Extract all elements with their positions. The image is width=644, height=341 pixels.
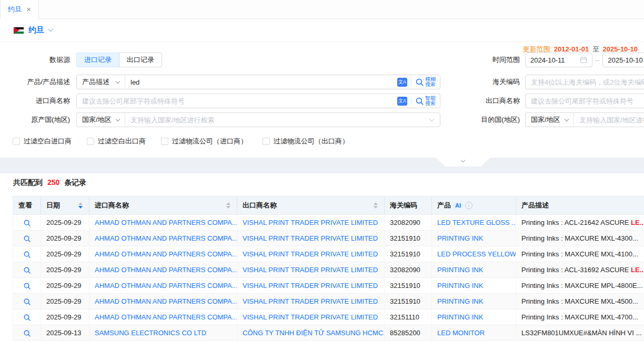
view-cell[interactable] — [13, 215, 41, 231]
record-date: 2025-09-29 — [46, 266, 82, 274]
destination-country-input[interactable] — [574, 113, 644, 127]
info-icon[interactable]: i — [465, 202, 472, 209]
importer-link[interactable]: SAMSUNG ELECTRONICS CO LTD — [95, 329, 206, 337]
checkbox-icon[interactable] — [87, 138, 94, 145]
tab-close-icon[interactable]: ✕ — [26, 6, 31, 13]
country-name[interactable]: 约旦 — [28, 25, 44, 35]
exporter-link[interactable]: VISHAL PRINT TRADER PRIVATE LIMITED — [243, 266, 378, 274]
country-header: 约旦 — [0, 19, 644, 42]
table-row: 2025-09-29AHMAD OTHMAN AND PARTNERS COMP… — [13, 278, 644, 294]
chevron-down-icon[interactable] — [48, 27, 54, 32]
description-highlight: LE... — [631, 219, 644, 226]
checkbox-icon[interactable] — [13, 138, 20, 145]
product-link[interactable]: PRINTING INK — [437, 297, 483, 305]
sort-up-icon[interactable] — [78, 202, 83, 205]
filter-checkbox-1[interactable]: 过滤空白出口商 — [87, 137, 146, 146]
product-cell: PRINTING INK — [432, 278, 516, 294]
fuzzy-search-button[interactable]: 模糊 搜索 — [415, 77, 436, 87]
column-header-3[interactable]: 出口商名称 — [237, 196, 385, 215]
product-link[interactable]: PRINTING INK — [437, 234, 483, 242]
view-record-button[interactable] — [23, 251, 31, 259]
importer-link[interactable]: AHMAD OTHMAN AND PARTNERS COMPA... — [95, 219, 237, 226]
view-record-button[interactable] — [23, 329, 31, 337]
sort-control[interactable] — [78, 202, 84, 209]
view-record-button[interactable] — [23, 235, 31, 243]
view-cell[interactable] — [13, 309, 41, 325]
translate-icon[interactable]: 文A — [397, 97, 407, 106]
exporter-link[interactable]: CÔNG TY TNHH ĐIỆN TỬ SAMSUNG HCMC... — [243, 329, 385, 337]
translate-icon[interactable]: 文A — [397, 78, 407, 87]
importer-link[interactable]: AHMAD OTHMAN AND PARTNERS COMPA... — [95, 250, 237, 258]
view-record-button[interactable] — [23, 266, 31, 274]
view-cell[interactable] — [13, 246, 41, 262]
sort-down-icon[interactable] — [226, 206, 230, 209]
table-row: 2025-09-29AHMAD OTHMAN AND PARTNERS COMP… — [13, 262, 644, 278]
sort-down-icon[interactable] — [374, 206, 378, 209]
importer-link[interactable]: AHMAD OTHMAN AND PARTNERS COMPA... — [95, 282, 237, 290]
checkbox-icon[interactable] — [263, 138, 270, 145]
product-type-select[interactable]: 产品描述 — [77, 75, 125, 89]
exporter-input[interactable] — [525, 94, 644, 108]
product-search-input[interactable] — [125, 75, 397, 89]
importer-link[interactable]: AHMAD OTHMAN AND PARTNERS COMPA... — [95, 297, 237, 305]
destination-country-select[interactable]: 国家/地区 — [526, 113, 574, 127]
product-description-cell: Printing Inks : ACL-21642 ASCURE LE... — [516, 215, 644, 231]
hs-code-input[interactable] — [525, 75, 644, 89]
time-range-label: 时间范围 — [474, 55, 520, 65]
view-record-button[interactable] — [23, 282, 31, 290]
exporter-link[interactable]: VISHAL PRINT TRADER PRIVATE LIMITED — [243, 297, 378, 305]
importer-link[interactable]: AHMAD OTHMAN AND PARTNERS COMPA... — [95, 234, 237, 242]
tab-jordan[interactable]: 约旦 ✕ — [0, 0, 39, 19]
importer-link[interactable]: AHMAD OTHMAN AND PARTNERS COMPA... — [95, 313, 237, 321]
exporter-link[interactable]: VISHAL PRINT TRADER PRIVATE LIMITED — [243, 313, 378, 321]
sort-down-icon[interactable] — [78, 206, 83, 209]
product-link[interactable]: LED TEXTURE GLOSS ... — [437, 219, 516, 226]
origin-country-input[interactable] — [125, 113, 427, 127]
filter-checkbox-0[interactable]: 过滤空白进口商 — [13, 137, 72, 146]
column-header-1[interactable]: 日期 — [41, 196, 89, 215]
exporter-link[interactable]: VISHAL PRINT TRADER PRIVATE LIMITED — [243, 282, 378, 290]
importer-input[interactable] — [77, 94, 397, 108]
record-date: 2025-09-13 — [46, 329, 82, 337]
collapse-panel-button[interactable] — [436, 158, 490, 167]
checkbox-label: 过滤空白出口商 — [98, 137, 146, 146]
importer-link[interactable]: AHMAD OTHMAN AND PARTNERS COMPA... — [95, 266, 237, 274]
destination-country-select-value: 国家/地区 — [531, 115, 560, 125]
view-cell[interactable] — [13, 262, 41, 278]
exporter-link[interactable]: VISHAL PRINT TRADER PRIVATE LIMITED — [243, 219, 378, 226]
table-header-row: 查看日期进口商名称出口商名称海关编码产品AIi产品描述 — [13, 196, 644, 215]
smart-search-button[interactable]: 智能 搜索 — [415, 96, 436, 106]
datasource-export-button[interactable]: 出口记录 — [119, 53, 162, 67]
view-cell[interactable] — [13, 231, 41, 246]
exporter-link[interactable]: VISHAL PRINT TRADER PRIVATE LIMITED — [243, 234, 378, 242]
checkbox-icon[interactable] — [161, 138, 168, 145]
view-cell[interactable] — [13, 294, 41, 309]
product-link[interactable]: PRINTING INK — [437, 313, 483, 321]
tab-bar: 约旦 ✕ — [0, 0, 644, 19]
date-start-input[interactable]: 2024-10-11 — [525, 53, 592, 67]
view-record-icon — [23, 251, 31, 259]
view-record-button[interactable] — [23, 298, 31, 306]
product-link[interactable]: LED PROCESS YELLOW... — [437, 250, 516, 258]
sort-up-icon[interactable] — [226, 202, 230, 205]
sort-up-icon[interactable] — [374, 202, 378, 205]
sort-control[interactable] — [374, 202, 379, 209]
filter-checkbox-2[interactable]: 过滤物流公司（进口商） — [161, 137, 247, 146]
calendar-icon — [580, 56, 587, 64]
view-cell[interactable] — [13, 278, 41, 294]
column-header-2[interactable]: 进口商名称 — [89, 196, 237, 215]
view-cell[interactable] — [13, 325, 41, 341]
sort-control[interactable] — [226, 202, 232, 209]
chevron-down-icon — [116, 117, 120, 121]
update-range-to: 2025-10-10 — [603, 45, 638, 53]
datasource-import-button[interactable]: 进口记录 — [76, 53, 119, 67]
filter-checkbox-3[interactable]: 过滤物流公司（出口商） — [263, 137, 349, 146]
product-link[interactable]: PRINTING INK — [437, 266, 483, 274]
product-link[interactable]: PRINTING INK — [437, 282, 483, 290]
view-record-button[interactable] — [23, 219, 31, 227]
exporter-link[interactable]: VISHAL PRINT TRADER PRIVATE LIMITED — [243, 250, 378, 258]
product-link[interactable]: LED MONITOR — [437, 329, 485, 337]
date-end-input[interactable]: 2025-10-10 — [602, 53, 644, 67]
view-record-button[interactable] — [23, 314, 31, 322]
origin-country-select[interactable]: 国家/地区 — [77, 113, 125, 127]
